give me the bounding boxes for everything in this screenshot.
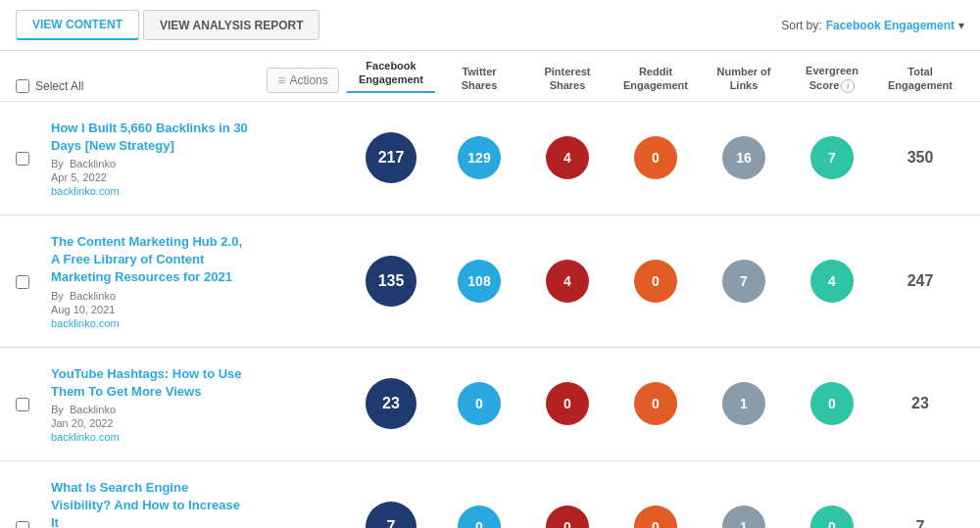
article-title[interactable]: What Is Search Engine Visibility? And Ho… bbox=[51, 479, 251, 528]
article-domain[interactable]: backlinko.com bbox=[51, 431, 251, 443]
col-header-evergreen[interactable]: Evergreen Scorei bbox=[788, 64, 876, 92]
reddit-circle: 0 bbox=[634, 382, 677, 425]
reddit-circle: 0 bbox=[634, 505, 677, 528]
pinterest-metric: 0 bbox=[523, 382, 612, 425]
col-header-reddit[interactable]: Reddit Engagement bbox=[612, 65, 700, 93]
row-checkbox-cell bbox=[16, 396, 51, 411]
col-header-pinterest[interactable]: Pinterest Shares bbox=[523, 65, 612, 93]
row-checkbox-cell bbox=[16, 519, 51, 528]
facebook-circle: 135 bbox=[366, 256, 416, 307]
select-all-checkbox[interactable] bbox=[16, 79, 29, 93]
evergreen-circle: 0 bbox=[810, 505, 854, 528]
row-checkbox[interactable] bbox=[16, 152, 29, 166]
info-icon[interactable]: i bbox=[841, 79, 855, 93]
select-all-cell: Select All bbox=[16, 79, 51, 93]
article-author: By Backlinko bbox=[51, 158, 251, 169]
article-date: Jan 20, 2022 bbox=[51, 417, 251, 429]
article-title[interactable]: The Content Marketing Hub 2.0, A Free Li… bbox=[51, 233, 251, 287]
article-date: Apr 5, 2022 bbox=[51, 171, 251, 183]
evergreen-circle: 4 bbox=[810, 260, 854, 303]
row-checkbox-cell bbox=[16, 273, 51, 289]
table-body: How I Built 5,660 Backlinks in 30 Days [… bbox=[0, 102, 980, 528]
col-header-facebook[interactable]: Facebook Engagement bbox=[347, 59, 435, 93]
col-header-total[interactable]: Total Engagement bbox=[876, 65, 964, 93]
facebook-circle: 217 bbox=[366, 132, 416, 183]
actions-button[interactable]: ≡ Actions bbox=[267, 68, 339, 93]
table-row: What Is Search Engine Visibility? And Ho… bbox=[0, 461, 980, 528]
article-title[interactable]: YouTube Hashtags: How to Use Them To Get… bbox=[51, 365, 251, 401]
facebook-circle: 7 bbox=[366, 502, 416, 528]
table-row: The Content Marketing Hub 2.0, A Free Li… bbox=[0, 216, 980, 348]
row-title-cell: The Content Marketing Hub 2.0, A Free Li… bbox=[51, 233, 259, 329]
links-metric: 7 bbox=[700, 260, 788, 303]
table-header: Select All ≡ Actions Facebook Engagement… bbox=[0, 51, 980, 102]
list-icon: ≡ bbox=[277, 72, 285, 88]
facebook-metric: 135 bbox=[347, 256, 435, 307]
row-title-cell: How I Built 5,660 Backlinks in 30 Days [… bbox=[51, 120, 259, 197]
article-date: Aug 10, 2021 bbox=[51, 304, 251, 315]
col-header-links[interactable]: Number of Links bbox=[700, 65, 788, 93]
pinterest-circle: 0 bbox=[546, 505, 589, 528]
tab-view-analysis[interactable]: VIEW ANALYSIS REPORT bbox=[143, 10, 319, 40]
article-domain[interactable]: backlinko.com bbox=[51, 185, 251, 197]
row-title-cell: YouTube Hashtags: How to Use Them To Get… bbox=[51, 365, 259, 443]
links-metric: 16 bbox=[700, 136, 788, 179]
sort-label: Sort by: bbox=[781, 19, 821, 32]
links-circle: 1 bbox=[722, 505, 765, 528]
table-row: YouTube Hashtags: How to Use Them To Get… bbox=[0, 348, 980, 461]
article-author: By Backlinko bbox=[51, 290, 251, 302]
twitter-metric: 108 bbox=[435, 260, 523, 303]
chevron-down-icon[interactable]: ▾ bbox=[958, 19, 964, 32]
article-title[interactable]: How I Built 5,660 Backlinks in 30 Days [… bbox=[51, 120, 251, 155]
pinterest-circle: 4 bbox=[546, 136, 589, 179]
pinterest-circle: 4 bbox=[546, 260, 589, 303]
pinterest-metric: 4 bbox=[523, 136, 612, 179]
pinterest-metric: 4 bbox=[523, 260, 612, 303]
links-metric: 1 bbox=[700, 505, 788, 528]
links-circle: 7 bbox=[722, 260, 765, 303]
facebook-metric: 217 bbox=[347, 132, 435, 183]
row-checkbox[interactable] bbox=[16, 521, 29, 528]
evergreen-metric: 4 bbox=[788, 260, 876, 303]
evergreen-circle: 7 bbox=[810, 136, 854, 179]
evergreen-circle: 0 bbox=[810, 382, 854, 425]
twitter-circle: 0 bbox=[458, 505, 501, 528]
evergreen-metric: 0 bbox=[788, 505, 876, 528]
reddit-circle: 0 bbox=[634, 136, 677, 179]
links-metric: 1 bbox=[700, 382, 788, 425]
select-all-text: Select All bbox=[35, 79, 83, 93]
top-bar: VIEW CONTENT VIEW ANALYSIS REPORT Sort b… bbox=[0, 0, 980, 51]
col-header-twitter[interactable]: Twitter Shares bbox=[435, 65, 523, 93]
facebook-metric: 7 bbox=[347, 502, 435, 528]
links-circle: 16 bbox=[722, 136, 765, 179]
twitter-metric: 129 bbox=[435, 136, 523, 179]
evergreen-metric: 7 bbox=[788, 136, 876, 179]
tab-group: VIEW CONTENT VIEW ANALYSIS REPORT bbox=[16, 10, 319, 40]
pinterest-circle: 0 bbox=[546, 382, 589, 425]
twitter-circle: 0 bbox=[458, 382, 501, 425]
evergreen-metric: 0 bbox=[788, 382, 876, 425]
table-row: How I Built 5,660 Backlinks in 30 Days [… bbox=[0, 102, 980, 216]
pinterest-metric: 0 bbox=[523, 505, 612, 528]
twitter-metric: 0 bbox=[435, 382, 523, 425]
reddit-circle: 0 bbox=[634, 260, 677, 303]
select-all-label[interactable]: Select All bbox=[16, 79, 83, 93]
total-metric: 247 bbox=[876, 272, 964, 290]
sort-bar: Sort by: Facebook Engagement ▾ bbox=[781, 19, 964, 32]
total-metric: 7 bbox=[876, 518, 964, 528]
row-checkbox[interactable] bbox=[16, 398, 29, 411]
twitter-metric: 0 bbox=[435, 505, 523, 528]
total-metric: 23 bbox=[876, 395, 964, 412]
tab-view-content[interactable]: VIEW CONTENT bbox=[16, 10, 139, 40]
article-domain[interactable]: backlinko.com bbox=[51, 317, 251, 329]
reddit-metric: 0 bbox=[612, 260, 700, 303]
actions-col-header: ≡ Actions bbox=[259, 68, 347, 93]
total-metric: 350 bbox=[876, 149, 964, 167]
reddit-metric: 0 bbox=[612, 382, 700, 425]
row-checkbox[interactable] bbox=[16, 275, 29, 289]
row-title-cell: What Is Search Engine Visibility? And Ho… bbox=[51, 479, 259, 528]
links-circle: 1 bbox=[722, 382, 765, 425]
article-author: By Backlinko bbox=[51, 404, 251, 415]
actions-label: Actions bbox=[289, 73, 327, 87]
sort-value[interactable]: Facebook Engagement bbox=[826, 19, 955, 32]
